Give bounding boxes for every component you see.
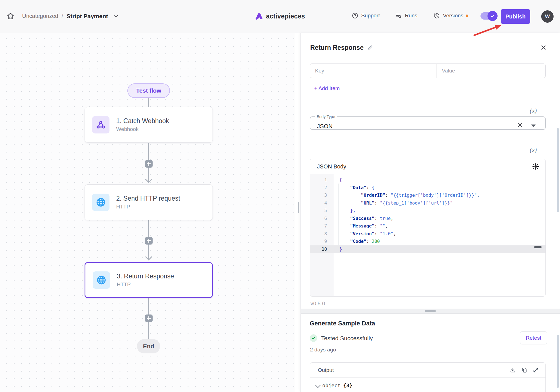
flow-end-badge: End xyxy=(137,339,160,353)
close-icon xyxy=(540,44,547,51)
code-line[interactable]: 6 "Success": true, xyxy=(310,215,545,222)
flow-enabled-toggle[interactable] xyxy=(480,12,495,20)
step-subtitle: HTTP xyxy=(116,204,180,210)
code-line[interactable]: 9 "Code": 200 xyxy=(310,238,545,245)
line-number: 4 xyxy=(310,199,334,207)
line-number: 9 xyxy=(310,238,334,245)
flow-name[interactable]: Stript Payment xyxy=(67,13,108,20)
json-body-editor[interactable]: JSON Body 1{2 "Data": {3 "OrderID": "{{t… xyxy=(310,159,546,297)
versions-notification-dot xyxy=(466,15,468,17)
add-step-button[interactable] xyxy=(145,314,153,322)
download-icon xyxy=(510,367,516,373)
flow-canvas[interactable]: Test flow 1. Catch Webhook Webhook xyxy=(0,33,295,392)
line-number: 6 xyxy=(310,215,334,222)
key-input[interactable] xyxy=(310,64,437,78)
code-text: { xyxy=(334,176,545,184)
tested-time: 2 days ago xyxy=(310,347,336,353)
code-line[interactable]: 8 "Version": "1.0", xyxy=(310,230,545,238)
copy-output-button[interactable] xyxy=(521,367,527,373)
sparkle-icon[interactable] xyxy=(532,163,539,170)
code-line[interactable]: 5 }, xyxy=(310,207,545,215)
line-number: 10 xyxy=(310,245,334,253)
chevron-down-icon[interactable] xyxy=(531,125,536,127)
connector-line xyxy=(148,98,149,107)
connector-arrowhead xyxy=(145,176,152,183)
globe-icon xyxy=(92,194,109,211)
output-title: Output xyxy=(318,367,334,373)
line-number: 3 xyxy=(310,191,334,199)
body-type-legend: Body Type xyxy=(315,114,337,119)
code-line[interactable]: 4 "URL": "{{step_1['body']['url']}}" xyxy=(310,199,545,207)
breadcrumb-folder[interactable]: Uncategorized xyxy=(22,13,58,19)
publish-button[interactable]: Publish xyxy=(501,9,530,24)
generate-sample-data-heading: Generate Sample Data xyxy=(310,320,375,327)
download-output-button[interactable] xyxy=(510,367,516,373)
code-lines[interactable]: 1{2 "Data": {3 "OrderID": "{{trigger['bo… xyxy=(310,176,545,253)
step-title: 1. Catch Webhook xyxy=(116,117,169,125)
avatar[interactable]: W xyxy=(541,10,554,23)
line-number: 1 xyxy=(310,176,334,184)
retest-button[interactable]: Retest xyxy=(520,331,547,344)
step-card-catch-webhook[interactable]: 1. Catch Webhook Webhook xyxy=(85,107,213,143)
code-text: }, xyxy=(334,207,545,215)
tree-node-type: object xyxy=(322,382,340,389)
code-text: } xyxy=(334,245,545,253)
code-text: "Code": 200 xyxy=(334,238,545,245)
logo-mark xyxy=(254,12,263,21)
step-settings-panel: Return Response + Add Item (x) Body Type… xyxy=(300,33,560,392)
code-text: "Version": "1.0", xyxy=(334,230,545,238)
nav-runs[interactable]: Runs xyxy=(395,12,417,19)
step-title: 3. Return Response xyxy=(117,273,174,280)
code-line[interactable]: 3 "OrderID": "{{trigger['body']['OrderID… xyxy=(310,191,545,199)
insert-variable-icon[interactable]: (x) xyxy=(530,108,542,114)
code-line[interactable]: 2 "Data": { xyxy=(310,184,545,192)
help-icon xyxy=(352,12,358,19)
step-title: 2. Send HTTP request xyxy=(116,195,180,202)
code-text: "Message": "", xyxy=(334,222,545,230)
value-input[interactable] xyxy=(437,64,545,78)
drag-handle xyxy=(425,310,436,312)
brand-logo: activepieces xyxy=(254,12,305,21)
panel-resize-handle[interactable] xyxy=(298,202,299,213)
code-line[interactable]: 1{ xyxy=(310,176,545,184)
rename-pencil-icon[interactable] xyxy=(367,45,373,51)
line-number: 7 xyxy=(310,222,334,230)
panel-scrollbar-thumb[interactable] xyxy=(557,128,559,212)
add-step-button[interactable] xyxy=(145,160,153,168)
logo-text: activepieces xyxy=(266,13,305,20)
test-flow-button[interactable]: Test flow xyxy=(127,83,170,98)
code-text: "Data": { xyxy=(334,184,545,192)
globe-icon xyxy=(93,271,110,289)
nav-support-label: Support xyxy=(361,13,380,19)
breadcrumb-separator: / xyxy=(62,13,63,19)
code-line[interactable]: 7 "Message": "", xyxy=(310,222,545,230)
expand-output-button[interactable] xyxy=(533,367,539,373)
line-number: 8 xyxy=(310,230,334,238)
insert-variable-icon[interactable]: (x) xyxy=(530,147,542,153)
clear-selection-button[interactable] xyxy=(517,122,523,129)
body-type-select[interactable]: Body Type JSON xyxy=(310,114,546,130)
add-step-button[interactable] xyxy=(145,237,153,245)
flow-menu-chevron-down-icon[interactable] xyxy=(113,13,119,19)
versions-icon xyxy=(433,12,440,19)
test-status-row: Tested Successfully xyxy=(310,334,373,342)
code-text: "URL": "{{step_1['body']['url']}}" xyxy=(334,199,545,207)
code-text: "Success": true, xyxy=(334,215,545,222)
code-line[interactable]: 10} xyxy=(310,245,545,253)
tree-node-count: {3} xyxy=(343,382,353,389)
body-type-value: JSON xyxy=(317,123,333,130)
nav-versions[interactable]: Versions xyxy=(433,12,468,19)
editor-scrollbar-thumb[interactable] xyxy=(534,246,542,248)
section-resize-divider[interactable] xyxy=(301,309,560,314)
home-button[interactable] xyxy=(7,12,14,20)
step-card-return-response[interactable]: 3. Return Response HTTP xyxy=(85,262,213,298)
nav-support[interactable]: Support xyxy=(352,12,380,19)
add-item-link[interactable]: + Add Item xyxy=(314,85,340,91)
output-tree-row[interactable]: object {3} xyxy=(316,382,353,389)
close-icon xyxy=(517,122,523,128)
line-number: 2 xyxy=(310,184,334,192)
step-card-send-http-request[interactable]: 2. Send HTTP request HTTP xyxy=(85,184,213,220)
panel-title: Return Response xyxy=(310,44,363,51)
close-panel-button[interactable] xyxy=(539,43,548,52)
sample-scrollbar-thumb[interactable] xyxy=(557,335,559,388)
